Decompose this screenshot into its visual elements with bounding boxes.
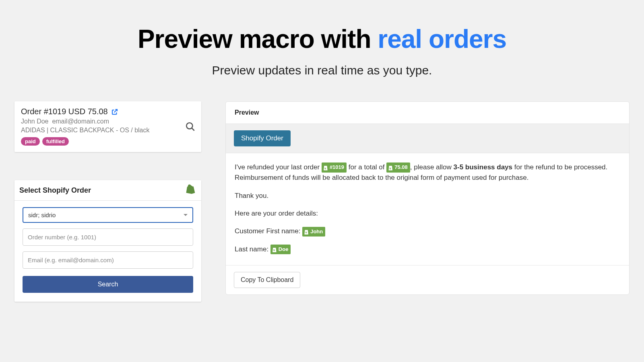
- page-subhead: Preview updates in real time as you type…: [12, 64, 632, 77]
- token-order-total: s75.08: [386, 162, 410, 172]
- order-line-item: ADIDAS | CLASSIC BACKPACK - OS / black: [21, 127, 195, 134]
- svg-point-0: [186, 123, 192, 129]
- order-title: Order #1019 USD 75.08: [21, 107, 108, 116]
- svg-line-1: [192, 128, 194, 131]
- order-customer: John Doe email@domain.com: [21, 118, 195, 125]
- headline-accent: real orders: [378, 25, 506, 53]
- select-panel-title: Select Shopify Order: [19, 186, 91, 195]
- order-card: Order #1019 USD 75.08 John Doe email@dom…: [14, 101, 201, 152]
- select-shopify-order-panel: Select Shopify Order sidr; sidrio Search: [14, 180, 201, 302]
- order-title-row: Order #1019 USD 75.08: [21, 107, 195, 116]
- preview-first-name: Customer First name: sJohn: [235, 226, 620, 237]
- headline-prefix: Preview macro with: [138, 25, 378, 53]
- shopify-icon: [186, 184, 196, 196]
- shopify-order-button[interactable]: Shopify Order: [234, 130, 291, 146]
- preview-details-intro: Here are your order details:: [235, 208, 620, 219]
- token-last-name: sDoe: [270, 245, 291, 254]
- search-button[interactable]: Search: [23, 276, 193, 293]
- copy-to-clipboard-button[interactable]: Copy To Clipboard: [234, 272, 300, 288]
- token-order-id: s#1019: [322, 162, 347, 172]
- preview-thank-you: Thank you.: [235, 191, 620, 201]
- status-badge: paid: [21, 137, 40, 146]
- preview-line-refund: I've refunded your last order s#1019 for…: [235, 162, 620, 183]
- search-icon[interactable]: [185, 121, 196, 132]
- external-link-icon[interactable]: [111, 108, 118, 115]
- customer-name: John Doe: [21, 118, 49, 125]
- status-badge: fulfilled: [42, 137, 69, 146]
- page-headline: Preview macro with real orders: [12, 24, 632, 54]
- preview-body: I've refunded your last order s#1019 for…: [226, 153, 629, 265]
- order-badges: paid fulfilled: [21, 137, 195, 146]
- email-input[interactable]: [23, 251, 193, 269]
- store-select-value: sidr; sidrio: [28, 212, 56, 218]
- token-first-name: sJohn: [302, 227, 325, 237]
- chevron-down-icon: [184, 214, 188, 216]
- customer-email: email@domain.com: [52, 118, 109, 125]
- preview-panel: Preview Shopify Order I've refunded your…: [225, 101, 630, 295]
- order-number-input[interactable]: [23, 228, 193, 246]
- preview-header: Preview: [226, 102, 629, 124]
- bold-days: 3-5 business days: [454, 163, 512, 171]
- preview-last-name: Last name: sDoe: [235, 244, 620, 255]
- store-select[interactable]: sidr; sidrio: [23, 207, 193, 223]
